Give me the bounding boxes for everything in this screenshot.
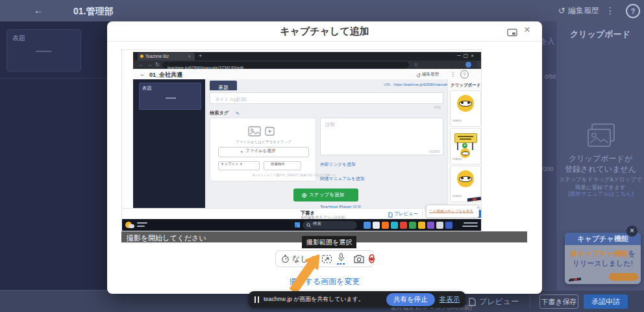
mic-level-indicator [337, 263, 345, 265]
pv-capture-label: キャプチャ [221, 162, 239, 166]
pv-add-step-button: ⊕ ステップを追加 [293, 188, 358, 202]
pv-link-external: 外部リンクを追加 [320, 161, 356, 168]
pv-app-icon [391, 222, 398, 229]
modal-close-icon[interactable]: × [524, 23, 530, 36]
sidebar-divider [0, 78, 110, 79]
pv-urlbar: ←→↻ teachme.jp/62590/manuals/3738193/edi… [133, 60, 482, 69]
pv-page-title: 01_全社共通 [149, 71, 182, 79]
record-button[interactable] [369, 254, 375, 263]
title-counter: 0/50 [545, 73, 556, 80]
pv-select-file-button: + ファイルを選択 [218, 147, 309, 157]
pv-url-label: URL : [384, 83, 393, 86]
pv-editor-main: 表題 URL : https://teachme.jp/62590/manual… [205, 79, 447, 208]
clipboard-panel-title: クリップボード [570, 29, 630, 40]
clipboard-manual-link[interactable]: (操作マニュアルはこちら) [568, 190, 634, 198]
step-card-placeholder-line [36, 51, 51, 52]
pip-icon[interactable] [507, 27, 517, 39]
pv-page-help: ? [460, 70, 469, 79]
pv-thumb-line [166, 98, 176, 99]
pv-sample-link: この画面のサンプルを見る [429, 209, 473, 214]
history-icon: ↺ [558, 6, 565, 16]
pv-clip-card-2: + maron [450, 128, 481, 164]
pv-clip-card-1: maron [450, 90, 481, 127]
promo-cta-button[interactable] [609, 273, 638, 281]
pv-app-icon [373, 222, 380, 229]
pv-tab-title: Teachme Biz [145, 54, 169, 58]
pv-app-icon [400, 222, 407, 229]
pv-pencil-icon: ✎ [236, 111, 240, 116]
modal-header: キャプチャして追加 × [107, 21, 542, 42]
pv-editor-tab: 表題 [210, 81, 237, 90]
pv-search-icon [306, 223, 311, 228]
pv-new-tab-icon: + [199, 53, 202, 59]
pv-step-sidebar: 表題 [133, 79, 205, 208]
page-title: 01.管理部 [73, 6, 113, 18]
capture-modal: キャプチャして追加 × Teachme Biz × + ─▢× [107, 21, 542, 294]
pv-desc-counter: 0/2000 [429, 150, 440, 153]
record-dot [370, 257, 373, 261]
pv-plus-icon: + [240, 149, 243, 155]
mic-icon [338, 253, 345, 263]
pv-app-icon [445, 222, 452, 229]
mic-button[interactable] [337, 253, 345, 265]
pv-title-counter: 0/50 [434, 105, 441, 109]
pv-win-minimize-icon: ─ [457, 53, 464, 58]
step-card-title[interactable]: 表題 [6, 29, 81, 72]
camera-icon [354, 255, 364, 263]
pv-footer-preview-label: プレビュー [394, 211, 418, 217]
pv-footer-preview: プレビュー [388, 211, 424, 219]
pv-tag-label: 検索タグ [210, 110, 229, 116]
capture-range-button[interactable] [321, 254, 332, 264]
images-stack-icon [586, 123, 616, 151]
pv-search-pill: 検索 [303, 221, 357, 229]
pv-edit-history-label: 編集履歴 [422, 72, 439, 77]
document-icon [469, 298, 476, 306]
pv-page-menu-icon: ⋮ [450, 71, 456, 77]
screen: ← 01.管理部 ↺ 編集履歴 ⋮ ? 表題 を入力 0/50 0/200 クリ… [0, 0, 644, 312]
pv-desc-textarea: 説明 0/2000 [320, 118, 443, 155]
pv-media-card: ファイルまたはビデオをドラッグ + ファイルを選択 キャプチャ ▼ 画像検出 [210, 118, 316, 181]
promo-line1-tail: を [628, 250, 636, 257]
pv-detect-button: 画像検出 [264, 161, 301, 170]
save-draft-button[interactable]: 下書き保存 [539, 294, 578, 309]
capture-range-tooltip: 撮影範囲を選択 [302, 236, 356, 248]
help-button[interactable]: ? [626, 4, 640, 18]
clipboard-empty-line2: 登録されていません [556, 164, 644, 175]
pv-clipboard-title: クリップボード [451, 83, 480, 88]
pv-clip-label-3: maron [452, 194, 462, 198]
app-top-bar: ← 01.管理部 ↺ 編集履歴 ⋮ ? [0, 0, 644, 21]
pv-star-icon: ☆ [414, 62, 418, 68]
pv-desc-placeholder: 説明 [325, 122, 334, 128]
modal-title: キャプチャして追加 [107, 21, 542, 41]
pv-title-placeholder: タイトル(必須) [215, 96, 247, 103]
pause-icon [254, 296, 259, 303]
share-message: teachme.jp が画面を共有しています。 [264, 295, 364, 303]
pv-app-icon [418, 222, 425, 229]
more-menu-icon[interactable]: ⋮ [606, 5, 615, 16]
pv-link-related: 関連マニュアルを追加 [320, 176, 364, 182]
promo-close-icon[interactable]: × [626, 226, 638, 237]
promo-line1-highlight: 新キャプチャ機能 [570, 250, 628, 257]
capture-status-message: 撮影を開始してください [127, 233, 206, 244]
pv-drop-hint: ファイルまたはビデオをドラッグ [236, 139, 291, 144]
hide-link[interactable]: 非表示 [440, 295, 460, 304]
pv-forward-icon: → [147, 62, 155, 68]
pv-app-icon [409, 222, 416, 229]
pv-sample-close-icon: × [477, 205, 478, 209]
preview-label: プレビュー [479, 296, 519, 307]
submit-approval-button[interactable]: 承認申請 [584, 294, 628, 309]
back-icon[interactable]: ← [34, 5, 43, 16]
pv-app-icon [436, 222, 443, 229]
screenshot-button[interactable] [354, 255, 364, 263]
pv-tab-close-icon: × [188, 54, 191, 58]
change-screen-row: 撮影する画面を変更 [107, 275, 542, 287]
edit-history-button[interactable]: ↺ 編集履歴 [558, 5, 599, 16]
preview-button[interactable]: プレビュー [469, 296, 519, 307]
pv-capture-button: キャプチャ ▼ [218, 161, 260, 170]
pv-video-icon [265, 127, 275, 138]
step-card-label: 表題 [12, 34, 25, 43]
pv-footer-divider [422, 211, 423, 217]
screen-preview: Teachme Biz × + ─▢× ←→↻ teachme.jp/62590… [121, 49, 482, 231]
stop-sharing-button[interactable]: 共有を停止 [386, 293, 435, 306]
pv-detect-label: 画像検出 [271, 162, 285, 167]
